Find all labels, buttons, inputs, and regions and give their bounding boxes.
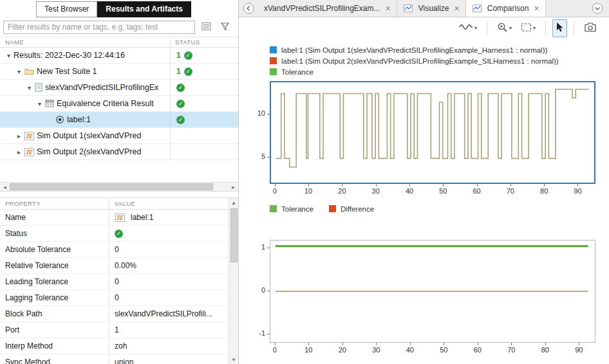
x-tick-mark	[444, 343, 444, 345]
close-tab-icon[interactable]: ×	[454, 4, 460, 13]
x-tick-mark	[511, 343, 512, 345]
difference-plot-area[interactable]	[270, 240, 595, 343]
legend-label: Tolerance	[281, 205, 314, 213]
scroll-up-icon[interactable]: ▴	[232, 198, 236, 207]
tree-row-status	[171, 144, 238, 159]
tree-row-label: New Test Suite 1	[37, 67, 97, 76]
x-tick-label: 80	[536, 187, 552, 195]
property-name: Block Path	[0, 306, 109, 322]
chevron-down-icon[interactable]: ▾	[24, 84, 34, 91]
property-row[interactable]: Block PathslexVandVPredictSILProfili...	[0, 306, 229, 322]
property-row[interactable]: Namelabel:1	[0, 210, 229, 226]
x-tick-label: 90	[570, 187, 585, 195]
simoutput-icon	[24, 132, 34, 140]
y-tick-mark	[267, 248, 270, 248]
x-tick-label: 0	[267, 187, 283, 195]
property-row[interactable]: Port1	[0, 322, 229, 338]
scroll-right-icon[interactable]: ▸	[229, 184, 238, 190]
x-tick-mark	[443, 184, 444, 187]
pointer-button[interactable]	[552, 19, 567, 37]
close-tab-icon[interactable]: ×	[534, 4, 539, 13]
legend-label: label:1 (Sim Output 2(slexVandVPredictSI…	[281, 57, 559, 65]
tree-row[interactable]: ▾Equivalence Criteria Result✓	[0, 96, 238, 112]
property-row[interactable]: Absolute Tolerance0	[0, 242, 229, 258]
scrollbar-thumb[interactable]	[230, 208, 238, 262]
close-tab-icon[interactable]: ×	[386, 4, 391, 13]
tree-row[interactable]: ▸Sim Output 1(slexVandVPred	[0, 128, 238, 144]
difference-legend: ToleranceDifference	[270, 203, 609, 214]
x-tick-label: 50	[436, 346, 451, 354]
snapshot-button[interactable]	[581, 19, 600, 37]
chevron-down-icon[interactable]: ▾	[14, 68, 24, 75]
scroll-down-icon[interactable]: ▾	[232, 355, 236, 364]
x-tick-mark	[477, 184, 478, 187]
filter-input[interactable]	[3, 21, 195, 34]
property-row[interactable]: Leading Tolerance0	[0, 274, 229, 290]
property-row[interactable]: Interp Methodzoh	[0, 338, 229, 354]
chevron-down-icon[interactable]: ▾	[533, 25, 536, 31]
tab-comparison[interactable]: Comparison×	[466, 0, 546, 17]
tree-row-label: Sim Output 2(slexVandVPred	[37, 147, 141, 156]
legend-item: label:1 (Sim Output 2(slexVandVPredictSI…	[270, 55, 609, 66]
x-tick-label: 30	[368, 346, 384, 354]
tree-row[interactable]: ▸Sim Output 2(slexVandVPred	[0, 144, 238, 160]
tree-row[interactable]: ▾Results: 2022-Dec-30 12:44:161✓	[0, 48, 238, 64]
tab-scroll-left-button[interactable]	[242, 2, 255, 15]
zoom-button[interactable]: ▾	[494, 19, 515, 37]
results-tree: ▾Results: 2022-Dec-30 12:44:161✓▾New Tes…	[0, 48, 238, 182]
property-name: Absolute Tolerance	[0, 242, 109, 257]
toolbar-separator	[487, 22, 487, 35]
x-tick-label: 80	[538, 346, 553, 354]
comparison-plot-area[interactable]	[270, 81, 595, 184]
tree-row-status: ✓	[171, 80, 238, 95]
tab-test-browser[interactable]: Test Browser	[36, 1, 97, 17]
fit-view-icon	[521, 23, 532, 34]
property-row[interactable]: Status✓	[0, 226, 229, 242]
fit-to-view-button[interactable]: ▾	[518, 20, 539, 37]
tree-header-name: NAME	[0, 37, 171, 47]
x-tick-mark	[544, 184, 545, 187]
tree-row[interactable]: ▾New Test Suite 11✓	[0, 64, 238, 80]
chevron-down-icon[interactable]: ▾	[509, 25, 512, 31]
tree-row-status: 1✓	[171, 64, 238, 79]
property-value: label:1	[109, 210, 229, 225]
property-row[interactable]: Lagging Tolerance0	[0, 290, 229, 306]
property-row[interactable]: Sync Methodunion	[0, 354, 229, 364]
filter-button[interactable]	[217, 20, 233, 34]
wave-icon	[459, 23, 473, 33]
tab-actions-button[interactable]	[591, 2, 604, 15]
signal-options-button[interactable]: ▾	[456, 20, 480, 36]
x-tick-mark	[579, 343, 579, 345]
x-tick-label: 90	[571, 346, 586, 354]
property-name: Interp Method	[0, 338, 109, 354]
horizontal-scrollbar[interactable]: ◂ ▸	[0, 182, 238, 192]
tab-results-and-artifacts[interactable]: Results and Artifacts	[97, 1, 191, 17]
legend-swatch	[270, 57, 277, 64]
vertical-scrollbar[interactable]: ▴ ▾	[229, 198, 238, 364]
chevron-down-icon[interactable]: ▾	[35, 100, 44, 107]
chevron-down-icon[interactable]: ▾	[4, 52, 14, 59]
tree-row[interactable]: ▾slexVandVPredictSILProfilingEx✓	[0, 80, 238, 96]
report-button[interactable]	[198, 20, 214, 34]
tab-visualize[interactable]: Visualize×	[397, 0, 466, 17]
tree-row[interactable]: label:1✓	[0, 112, 238, 128]
property-panel: PROPERTY VALUE Namelabel:1Status✓Absolut…	[0, 197, 238, 364]
tab-xvandvpredictsilprofilingexam-[interactable]: xVandVPredictSILProfilingExam...×	[258, 0, 397, 17]
scrollbar-thumb[interactable]	[10, 183, 213, 190]
property-row[interactable]: Relative Tolerance0.00%	[0, 258, 229, 274]
property-header-value: VALUE	[109, 198, 229, 209]
chevron-right-icon[interactable]: ▸	[14, 149, 24, 156]
scrollbar-track[interactable]	[10, 183, 229, 191]
property-value: 1	[109, 322, 229, 338]
scroll-left-icon[interactable]: ◂	[0, 184, 10, 190]
tree-row-label: Equivalence Criteria Result	[57, 99, 154, 108]
chevron-right-icon[interactable]: ▸	[14, 132, 24, 140]
chevron-down-icon[interactable]: ▾	[474, 25, 477, 31]
panel-splitter[interactable]	[0, 192, 238, 197]
x-tick-mark	[376, 343, 377, 345]
tree-row-status: 1✓	[171, 48, 238, 63]
x-tick-mark	[308, 184, 309, 187]
tree-row-status: ✓	[171, 96, 238, 111]
legend-swatch	[270, 205, 277, 212]
toolbar-separator	[574, 22, 574, 35]
